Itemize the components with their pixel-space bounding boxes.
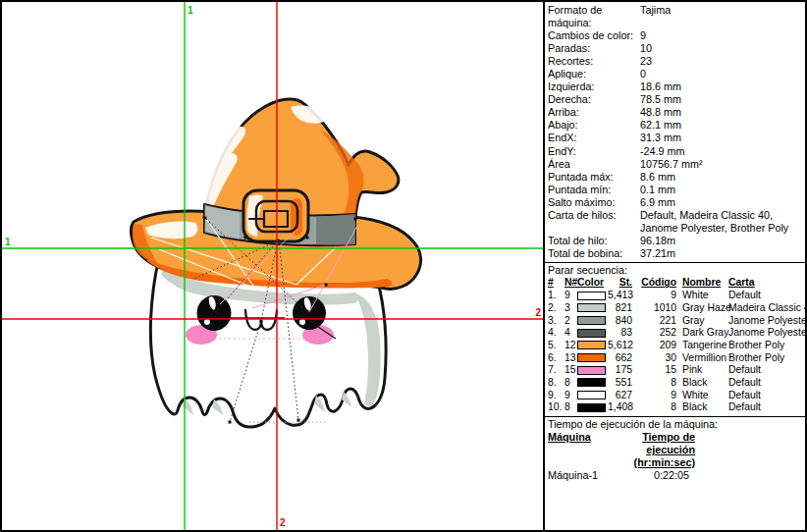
seq-needle: 8	[565, 401, 577, 414]
stop-sequence-title: Parar secuencia:	[548, 264, 803, 277]
seq-thread-chart: Brother Poly	[728, 352, 803, 365]
seq-thread-name: Pink	[682, 364, 728, 377]
seq-thread-chart: Brother Poly	[728, 340, 803, 352]
info-row: Recortes: 23	[548, 55, 803, 68]
seq-thread-chart: Default	[728, 377, 803, 390]
info-row: Formato de máquina: Tajima	[548, 4, 803, 29]
design-canvas: 1 1 2 2	[2, 2, 543, 530]
color-swatch-rect	[577, 378, 607, 388]
color-swatch	[577, 292, 608, 301]
stop-sequence-row: 4. 4 83 252 Dark Gray Janome Polyester	[548, 327, 803, 340]
color-swatch-rect	[577, 303, 607, 313]
seq-index: 2.	[548, 302, 565, 315]
info-row: Arriba: 48.8 mm	[548, 106, 803, 119]
header-runtime-line2: (hr:min:sec)	[605, 456, 695, 469]
separator	[545, 416, 805, 417]
seq-stitch-count: 5,612	[608, 340, 632, 352]
info-row: Puntada mín: 0.1 mm	[548, 184, 803, 196]
color-swatch-rect	[577, 403, 607, 413]
info-value: 23	[640, 55, 803, 68]
seq-thread-chart: Janome Polyester	[728, 327, 807, 340]
guide-label-red-bottom: 2	[280, 517, 286, 528]
seq-thread-name: Gray	[682, 315, 728, 328]
stop-sequence-row: 2. 3 821 1010 Gray Haze Madeira Classic …	[548, 302, 803, 315]
hat-buckle	[243, 190, 308, 241]
stop-sequence-row: 7. 15 175 15 Pink Default	[548, 364, 803, 377]
separator	[545, 262, 805, 263]
info-row: Paradas: 10	[548, 42, 803, 55]
info-row: Total de hilo: 96.18m	[548, 235, 803, 247]
header-chart: Carta	[728, 277, 803, 290]
seq-thread-chart: Default	[728, 290, 803, 302]
color-swatch-rect	[577, 366, 607, 376]
seq-thread-code: 209	[632, 340, 676, 352]
design-info-panel: Formato de máquina: Tajima Cambios de co…	[543, 2, 805, 530]
stop-sequence-row: 6. 13 662 30 Vermillion Brother Poly	[548, 352, 803, 365]
seq-thread-code: 30	[632, 352, 676, 365]
info-value: 10756.7 mm²	[640, 158, 803, 171]
color-swatch-rect	[577, 341, 607, 350]
info-row: Total de bobina: 37.21m	[548, 247, 803, 260]
seq-thread-code: 15	[632, 364, 676, 377]
guide-label-green-top: 1	[188, 5, 193, 16]
seq-stitch-count: 83	[608, 327, 632, 340]
info-label: Derecha:	[548, 93, 640, 106]
info-label: EndY:	[548, 145, 640, 158]
info-row: Salto máximo: 6.9 mm	[548, 196, 803, 209]
info-label: Abajo:	[548, 119, 640, 132]
seq-index: 10.	[548, 401, 565, 414]
stop-sequence-rows: 1. 9 5,413 9 White Default	[548, 290, 803, 413]
seq-thread-code: 1010	[632, 302, 676, 315]
info-value: 18.6 mm	[640, 80, 803, 93]
info-row: Puntada máx: 8.6 mm	[548, 171, 803, 184]
header-runtime-line1: Tiempo de ejecución	[605, 431, 695, 456]
stop-sequence-table: # N# Color St. Código Nombre Carta 1. 9	[548, 277, 803, 414]
info-value: 78.5 mm	[640, 93, 803, 106]
info-row: EndX: 31.3 mm	[548, 132, 803, 144]
info-label: Puntada mín:	[548, 184, 640, 196]
stop-sequence-row: 5. 12 5,612 209 Tangerine Brother Poly	[548, 340, 803, 352]
info-row: Izquierda: 18.6 mm	[548, 80, 803, 93]
machine-name: Máquina-1	[548, 469, 605, 483]
seq-thread-name: Black	[682, 377, 728, 390]
seq-thread-code: 8	[632, 401, 676, 414]
color-swatch-rect	[577, 329, 607, 339]
color-swatch	[577, 378, 608, 388]
seq-thread-chart: Default	[728, 401, 803, 414]
seq-stitch-count: 175	[608, 364, 632, 377]
seq-thread-code: 221	[632, 315, 676, 328]
seq-thread-name: White	[682, 390, 728, 402]
color-swatch	[577, 366, 608, 376]
info-row: Cambios de color: 9	[548, 29, 803, 42]
seq-thread-code: 252	[632, 327, 676, 340]
color-swatch	[577, 353, 608, 363]
info-label: Aplique:	[548, 68, 640, 80]
stop-sequence-header: # N# Color St. Código Nombre Carta	[548, 277, 803, 291]
seq-thread-name: Vermillion	[682, 352, 728, 365]
seq-thread-name: Gray Haze	[682, 302, 728, 315]
seq-needle: 2	[565, 315, 577, 328]
seq-needle: 8	[565, 377, 577, 390]
info-value: 8.6 mm	[640, 171, 803, 184]
machine-time-header: Máquina Tiempo de ejecución (hr:min:sec)	[548, 431, 803, 469]
info-label: Cambios de color:	[548, 29, 640, 42]
seq-needle: 15	[565, 364, 577, 377]
color-swatch	[577, 329, 608, 339]
info-row: EndY: -24.9 mm	[548, 145, 803, 158]
seq-index: 4.	[548, 327, 565, 340]
seq-needle: 9	[565, 390, 577, 402]
witch-hat	[132, 99, 421, 289]
header-color: Color	[577, 277, 608, 290]
color-swatch	[577, 341, 608, 350]
info-value: 48.8 mm	[640, 106, 803, 119]
info-value: 96.18m	[640, 235, 803, 247]
stop-sequence-row: 8. 8 551 8 Black Default	[548, 377, 803, 390]
seq-stitch-count: 5,413	[608, 290, 632, 302]
seq-needle: 13	[565, 352, 577, 365]
seq-stitch-count: 840	[608, 315, 632, 328]
seq-needle: 12	[565, 340, 577, 352]
seq-stitch-count: 627	[608, 390, 632, 402]
info-value: 10	[640, 42, 803, 55]
seq-index: 9.	[548, 390, 565, 402]
seq-index: 7.	[548, 364, 565, 377]
